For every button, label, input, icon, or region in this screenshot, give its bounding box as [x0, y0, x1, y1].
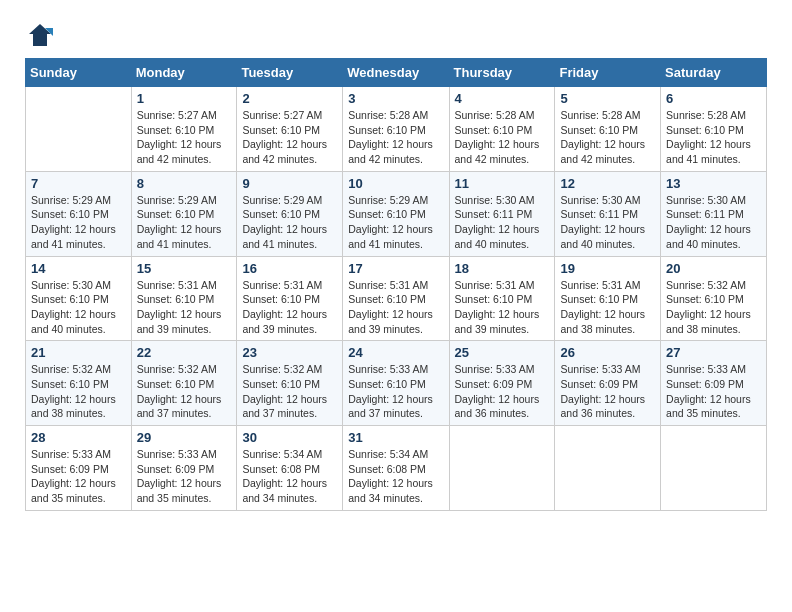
day-info: Sunrise: 5:28 AMSunset: 6:10 PMDaylight:…: [455, 108, 550, 167]
calendar-cell: 3Sunrise: 5:28 AMSunset: 6:10 PMDaylight…: [343, 87, 449, 172]
calendar-cell: 2Sunrise: 5:27 AMSunset: 6:10 PMDaylight…: [237, 87, 343, 172]
calendar-cell: 29Sunrise: 5:33 AMSunset: 6:09 PMDayligh…: [131, 426, 237, 511]
day-number: 15: [137, 261, 232, 276]
calendar-day-header: Monday: [131, 59, 237, 87]
calendar-day-header: Thursday: [449, 59, 555, 87]
day-number: 7: [31, 176, 126, 191]
day-info: Sunrise: 5:30 AMSunset: 6:11 PMDaylight:…: [560, 193, 655, 252]
calendar-cell: 17Sunrise: 5:31 AMSunset: 6:10 PMDayligh…: [343, 256, 449, 341]
day-info: Sunrise: 5:32 AMSunset: 6:10 PMDaylight:…: [242, 362, 337, 421]
calendar-cell: 15Sunrise: 5:31 AMSunset: 6:10 PMDayligh…: [131, 256, 237, 341]
calendar-cell: 28Sunrise: 5:33 AMSunset: 6:09 PMDayligh…: [26, 426, 132, 511]
calendar-body: 1Sunrise: 5:27 AMSunset: 6:10 PMDaylight…: [26, 87, 767, 511]
day-number: 9: [242, 176, 337, 191]
day-number: 6: [666, 91, 761, 106]
day-info: Sunrise: 5:30 AMSunset: 6:10 PMDaylight:…: [31, 278, 126, 337]
calendar-week-row: 1Sunrise: 5:27 AMSunset: 6:10 PMDaylight…: [26, 87, 767, 172]
calendar-cell: 1Sunrise: 5:27 AMSunset: 6:10 PMDaylight…: [131, 87, 237, 172]
day-info: Sunrise: 5:31 AMSunset: 6:10 PMDaylight:…: [137, 278, 232, 337]
day-info: Sunrise: 5:34 AMSunset: 6:08 PMDaylight:…: [242, 447, 337, 506]
calendar-day-header: Saturday: [661, 59, 767, 87]
day-info: Sunrise: 5:33 AMSunset: 6:09 PMDaylight:…: [666, 362, 761, 421]
calendar-cell: 27Sunrise: 5:33 AMSunset: 6:09 PMDayligh…: [661, 341, 767, 426]
day-info: Sunrise: 5:28 AMSunset: 6:10 PMDaylight:…: [560, 108, 655, 167]
day-info: Sunrise: 5:29 AMSunset: 6:10 PMDaylight:…: [31, 193, 126, 252]
calendar-cell: 12Sunrise: 5:30 AMSunset: 6:11 PMDayligh…: [555, 171, 661, 256]
day-info: Sunrise: 5:28 AMSunset: 6:10 PMDaylight:…: [666, 108, 761, 167]
calendar-cell: 10Sunrise: 5:29 AMSunset: 6:10 PMDayligh…: [343, 171, 449, 256]
day-number: 29: [137, 430, 232, 445]
day-number: 20: [666, 261, 761, 276]
calendar-header-row: SundayMondayTuesdayWednesdayThursdayFrid…: [26, 59, 767, 87]
day-number: 17: [348, 261, 443, 276]
day-number: 10: [348, 176, 443, 191]
day-number: 23: [242, 345, 337, 360]
day-number: 21: [31, 345, 126, 360]
day-info: Sunrise: 5:33 AMSunset: 6:09 PMDaylight:…: [31, 447, 126, 506]
calendar-cell: 9Sunrise: 5:29 AMSunset: 6:10 PMDaylight…: [237, 171, 343, 256]
day-info: Sunrise: 5:27 AMSunset: 6:10 PMDaylight:…: [137, 108, 232, 167]
calendar-cell: [26, 87, 132, 172]
calendar-day-header: Sunday: [26, 59, 132, 87]
calendar-cell: 8Sunrise: 5:29 AMSunset: 6:10 PMDaylight…: [131, 171, 237, 256]
calendar-cell: 5Sunrise: 5:28 AMSunset: 6:10 PMDaylight…: [555, 87, 661, 172]
day-number: 11: [455, 176, 550, 191]
calendar-week-row: 14Sunrise: 5:30 AMSunset: 6:10 PMDayligh…: [26, 256, 767, 341]
day-number: 30: [242, 430, 337, 445]
calendar-week-row: 7Sunrise: 5:29 AMSunset: 6:10 PMDaylight…: [26, 171, 767, 256]
day-info: Sunrise: 5:29 AMSunset: 6:10 PMDaylight:…: [348, 193, 443, 252]
day-info: Sunrise: 5:32 AMSunset: 6:10 PMDaylight:…: [666, 278, 761, 337]
day-info: Sunrise: 5:30 AMSunset: 6:11 PMDaylight:…: [455, 193, 550, 252]
day-info: Sunrise: 5:33 AMSunset: 6:09 PMDaylight:…: [560, 362, 655, 421]
day-number: 1: [137, 91, 232, 106]
day-number: 13: [666, 176, 761, 191]
calendar-header: SundayMondayTuesdayWednesdayThursdayFrid…: [26, 59, 767, 87]
calendar-cell: [449, 426, 555, 511]
day-info: Sunrise: 5:34 AMSunset: 6:08 PMDaylight:…: [348, 447, 443, 506]
calendar-week-row: 28Sunrise: 5:33 AMSunset: 6:09 PMDayligh…: [26, 426, 767, 511]
day-info: Sunrise: 5:33 AMSunset: 6:10 PMDaylight:…: [348, 362, 443, 421]
page-header: [25, 20, 767, 50]
day-number: 24: [348, 345, 443, 360]
day-number: 19: [560, 261, 655, 276]
day-info: Sunrise: 5:31 AMSunset: 6:10 PMDaylight:…: [455, 278, 550, 337]
day-number: 16: [242, 261, 337, 276]
day-number: 12: [560, 176, 655, 191]
calendar-cell: 22Sunrise: 5:32 AMSunset: 6:10 PMDayligh…: [131, 341, 237, 426]
calendar-cell: 21Sunrise: 5:32 AMSunset: 6:10 PMDayligh…: [26, 341, 132, 426]
day-number: 31: [348, 430, 443, 445]
day-number: 8: [137, 176, 232, 191]
day-number: 26: [560, 345, 655, 360]
day-info: Sunrise: 5:31 AMSunset: 6:10 PMDaylight:…: [348, 278, 443, 337]
day-number: 18: [455, 261, 550, 276]
calendar-week-row: 21Sunrise: 5:32 AMSunset: 6:10 PMDayligh…: [26, 341, 767, 426]
calendar-cell: 6Sunrise: 5:28 AMSunset: 6:10 PMDaylight…: [661, 87, 767, 172]
day-number: 5: [560, 91, 655, 106]
day-info: Sunrise: 5:29 AMSunset: 6:10 PMDaylight:…: [242, 193, 337, 252]
day-info: Sunrise: 5:28 AMSunset: 6:10 PMDaylight:…: [348, 108, 443, 167]
day-number: 2: [242, 91, 337, 106]
calendar-cell: 18Sunrise: 5:31 AMSunset: 6:10 PMDayligh…: [449, 256, 555, 341]
day-number: 28: [31, 430, 126, 445]
day-number: 27: [666, 345, 761, 360]
calendar-table: SundayMondayTuesdayWednesdayThursdayFrid…: [25, 58, 767, 511]
calendar-cell: 13Sunrise: 5:30 AMSunset: 6:11 PMDayligh…: [661, 171, 767, 256]
day-number: 3: [348, 91, 443, 106]
day-info: Sunrise: 5:31 AMSunset: 6:10 PMDaylight:…: [242, 278, 337, 337]
day-number: 22: [137, 345, 232, 360]
calendar-cell: 16Sunrise: 5:31 AMSunset: 6:10 PMDayligh…: [237, 256, 343, 341]
logo: [25, 20, 59, 50]
calendar-day-header: Tuesday: [237, 59, 343, 87]
calendar-cell: 26Sunrise: 5:33 AMSunset: 6:09 PMDayligh…: [555, 341, 661, 426]
calendar-cell: 19Sunrise: 5:31 AMSunset: 6:10 PMDayligh…: [555, 256, 661, 341]
day-info: Sunrise: 5:30 AMSunset: 6:11 PMDaylight:…: [666, 193, 761, 252]
day-number: 25: [455, 345, 550, 360]
day-info: Sunrise: 5:32 AMSunset: 6:10 PMDaylight:…: [31, 362, 126, 421]
calendar-cell: 25Sunrise: 5:33 AMSunset: 6:09 PMDayligh…: [449, 341, 555, 426]
calendar-cell: 23Sunrise: 5:32 AMSunset: 6:10 PMDayligh…: [237, 341, 343, 426]
day-number: 4: [455, 91, 550, 106]
day-info: Sunrise: 5:33 AMSunset: 6:09 PMDaylight:…: [137, 447, 232, 506]
day-info: Sunrise: 5:29 AMSunset: 6:10 PMDaylight:…: [137, 193, 232, 252]
logo-icon: [25, 20, 55, 50]
day-info: Sunrise: 5:27 AMSunset: 6:10 PMDaylight:…: [242, 108, 337, 167]
